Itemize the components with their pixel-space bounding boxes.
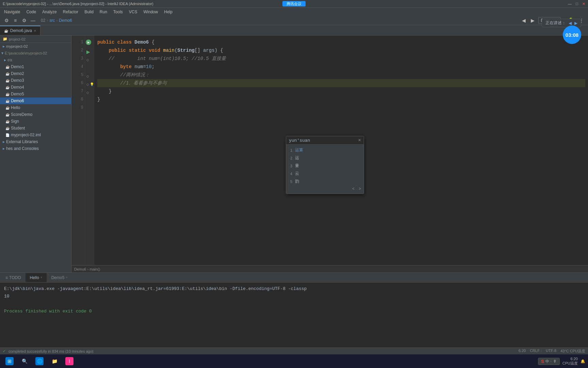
ime-chinese[interactable]: 中	[545, 359, 549, 364]
tab-icon: ☕	[4, 29, 8, 33]
line-num-4: 4	[73, 63, 83, 71]
sidebar-item-demo3[interactable]: ☕ Demo3	[0, 77, 71, 84]
menu-code[interactable]: Code	[23, 9, 39, 15]
scratches-label: hes and Consoles	[6, 146, 39, 151]
hello-tab-close[interactable]: ×	[40, 276, 43, 279]
sidebar-item-demo5[interactable]: ☕ Demo5	[0, 91, 71, 97]
java-icon: ☕	[5, 99, 10, 103]
menu-analyze[interactable]: Analyze	[39, 9, 60, 15]
sidebar-item-project-path[interactable]: ▾ E:\javacode\myproject-02	[0, 50, 71, 57]
sidebar-item-hello[interactable]: ☕ Hello	[0, 104, 71, 111]
ac-option-4[interactable]: 4 云	[286, 170, 364, 178]
speaking-text: 正在讲述：	[545, 20, 566, 26]
menu-window[interactable]: Window	[141, 9, 161, 15]
taskbar-windows[interactable]: ⊞	[3, 355, 16, 367]
intellij-icon[interactable]: I	[65, 357, 74, 365]
taskbar-edge[interactable]: 🌐	[33, 355, 46, 367]
run-gutter-1[interactable]: ▶	[86, 40, 91, 45]
sidebar-item-demo1[interactable]: ☕ Demo1	[0, 63, 71, 70]
gutter-marker-5: ◇	[86, 72, 89, 80]
ime-mic[interactable]: 🎙	[553, 359, 557, 363]
ac-prev-icon[interactable]: <	[352, 186, 355, 191]
sort-button[interactable]: ≡	[12, 17, 19, 24]
autocomplete-close-button[interactable]: ×	[358, 138, 361, 143]
nav-arrow-right[interactable]: ▶	[574, 21, 577, 26]
maximize-button[interactable]: □	[576, 2, 578, 6]
demo6-label: Demo6	[11, 98, 24, 103]
windows-icon[interactable]: ⊞	[5, 357, 14, 365]
java-icon: ☕	[5, 79, 10, 82]
notification-icon[interactable]: 🔔	[581, 359, 585, 364]
menu-run[interactable]: Run	[97, 9, 110, 15]
sidebar-item-iml[interactable]: 📄 myproject-02.iml	[0, 132, 71, 138]
taskbar-idea[interactable]: I	[63, 355, 76, 367]
bottom-tab-demo5[interactable]: Demo5 ×	[47, 273, 72, 282]
taskbar-search[interactable]: 🔍	[18, 355, 31, 367]
console-line-2: 10	[4, 293, 584, 300]
demo5-tab-label: Demo5	[51, 275, 65, 280]
line-ending[interactable]: CRLF :	[530, 349, 542, 354]
menu-navigate[interactable]: Navigate	[1, 9, 23, 15]
menu-vcs[interactable]: VCS	[126, 9, 140, 15]
code-line-4: byte num=10;	[97, 63, 585, 71]
tencent-banner[interactable]: 腾讯会议	[282, 1, 306, 6]
settings-button[interactable]: ⚙	[3, 17, 10, 24]
sidebar-item-project[interactable]: ▸ myproject-02	[0, 43, 71, 50]
breadcrumb-project: 02	[41, 18, 45, 23]
ac-next-icon[interactable]: >	[359, 186, 361, 191]
java-icon: ☕	[5, 120, 10, 123]
bottom-tab-todo[interactable]: ≡ TODO	[1, 273, 25, 282]
sidebar-project-name: project-02	[9, 37, 26, 41]
tab-demo6[interactable]: ☕ Demo6.java ×	[0, 26, 40, 35]
java-icon: ☕	[5, 86, 10, 89]
edge-icon[interactable]: 🌐	[35, 357, 44, 365]
nav-arrow-left[interactable]: ◀	[569, 21, 572, 26]
menu-tools[interactable]: Tools	[111, 9, 126, 15]
run-gutter-2[interactable]: ▶	[86, 48, 90, 56]
breadcrumb-src[interactable]: src	[49, 18, 55, 23]
sidebar-item-scratches[interactable]: ▸ hes and Consoles	[0, 145, 71, 152]
taskbar-explorer[interactable]: 📁	[48, 355, 61, 367]
sidebar-item-external-libraries[interactable]: ▸ External Libraries	[0, 138, 71, 145]
line-num-5: 5	[73, 71, 83, 79]
sidebar-item-student[interactable]: ☕ Student	[0, 125, 71, 132]
search-taskbar-icon[interactable]: 🔍	[20, 357, 29, 365]
sidebar-item-ea[interactable]: ▸ ea	[0, 57, 71, 63]
autocomplete-popup[interactable]: yun'suan × 1 运算 2 运 3 量 4 云	[286, 136, 364, 194]
tab-close-button[interactable]: ×	[34, 29, 36, 33]
nav-forward-button[interactable]: ▶	[529, 17, 536, 24]
ime-toolbar: S 中 · 🎙	[538, 358, 560, 365]
main-layout: 📁 project-02 ▸ myproject-02 ▾ E:\javacod…	[0, 35, 588, 273]
menu-help[interactable]: Help	[161, 9, 175, 15]
ac-option-3[interactable]: 3 量	[286, 162, 364, 170]
close-button[interactable]: ✕	[582, 2, 585, 6]
sidebar-item-scoredemo[interactable]: ☕ ScoreDemo	[0, 111, 71, 118]
java-icon: ☕	[5, 106, 10, 110]
menu-refactor[interactable]: Refactor	[60, 9, 81, 15]
ac-option-1[interactable]: 1 运算	[286, 146, 364, 154]
explorer-icon[interactable]: 📁	[50, 357, 59, 365]
demo5-tab-close[interactable]: ×	[66, 276, 68, 279]
line-num-9: 9	[73, 104, 83, 112]
bulb-icon-6[interactable]: 💡	[90, 80, 94, 89]
sidebar-item-demo6[interactable]: ☕ Demo6	[0, 97, 71, 104]
gear-button[interactable]: ⚙	[20, 17, 28, 24]
sidebar-item-demo4[interactable]: ☕ Demo4	[0, 84, 71, 91]
cursor-position[interactable]: 6:20	[519, 349, 526, 354]
breadcrumb-file[interactable]: Demo6	[59, 18, 72, 23]
minimize-button[interactable]: —	[568, 2, 572, 6]
ac-option-5[interactable]: 5 韵	[286, 178, 364, 185]
window-controls[interactable]: — □ ✕	[568, 2, 585, 6]
menu-build[interactable]: Build	[82, 9, 96, 15]
git-branch[interactable]: 43°C CPU温度	[560, 349, 585, 354]
ac-option-2[interactable]: 2 运	[286, 154, 364, 162]
ime-dot[interactable]: ·	[551, 359, 552, 363]
bottom-tab-hello[interactable]: Hello ×	[26, 273, 46, 282]
sidebar-item-sign[interactable]: ☕ Sign	[0, 118, 71, 125]
nav-back-button[interactable]: ◀	[520, 17, 527, 24]
sidebar-item-demo2[interactable]: ☕ Demo2	[0, 70, 71, 77]
breadcrumb-sep1: ›	[47, 18, 48, 23]
console-line-4: Process finished with exit code 0	[4, 308, 584, 315]
encoding[interactable]: UTF-8	[546, 349, 556, 354]
hide-button[interactable]: —	[29, 17, 37, 24]
